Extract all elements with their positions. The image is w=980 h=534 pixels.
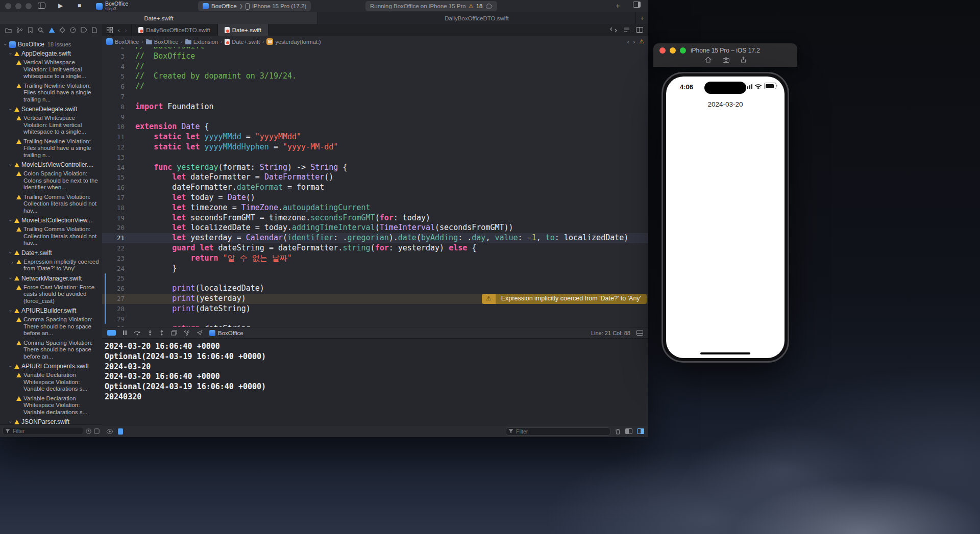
disclosure-icon[interactable]: › [8, 52, 13, 56]
line-number[interactable]: 20 [102, 223, 125, 233]
step-out-button[interactable] [159, 330, 164, 336]
navigator-file-row[interactable]: ›APIURLBuilder.swift [0, 306, 102, 315]
disclosure-icon[interactable]: › [8, 218, 13, 222]
line-number[interactable]: 21 [102, 233, 125, 243]
disclosure-icon[interactable]: › [8, 309, 13, 313]
breadcrumb-item[interactable]: BoxOffice [146, 39, 179, 45]
navigator-issue-row[interactable]: Trailing Comma Violation: Collection lit… [0, 225, 102, 248]
breakpoints-navigator-icon[interactable] [81, 27, 87, 33]
disclosure-icon[interactable]: › [8, 163, 13, 167]
find-navigator-icon[interactable] [38, 27, 44, 33]
line-number[interactable]: 18 [102, 203, 125, 213]
disclosure-icon[interactable]: › [8, 251, 13, 255]
navigator-issue-row[interactable]: Comma Spacing Violation: There should be… [0, 315, 102, 339]
console-toggle-icon[interactable] [636, 330, 643, 336]
editor-options-icon[interactable] [623, 27, 630, 33]
navigator-issue-row[interactable]: Vertical Whitespace Violation: Limit ver… [0, 58, 102, 82]
line-number[interactable]: 3 [102, 52, 125, 62]
navigator-issue-row[interactable]: Trailing Newline Violation: Files should… [0, 137, 102, 161]
destination-selector[interactable]: BoxOffice ❯ iPhone 15 Pro (17.2) [198, 1, 311, 11]
step-into-button[interactable] [148, 330, 153, 336]
line-number[interactable]: 29 [102, 314, 125, 324]
add-editor-icon[interactable] [636, 27, 643, 33]
source-control-navigator-icon[interactable] [16, 27, 23, 33]
inspector-toggle-icon[interactable] [633, 2, 641, 8]
navigator-file-row[interactable]: ›JSONParser.swift [0, 417, 102, 425]
line-number[interactable]: 2 [102, 47, 125, 52]
breakpoints-toggle[interactable] [107, 330, 116, 336]
share-button[interactable] [741, 57, 746, 63]
back-button[interactable]: ‹ [118, 27, 120, 33]
step-over-button[interactable] [134, 330, 141, 336]
screenshot-button[interactable] [723, 57, 729, 63]
line-number[interactable]: 7 [102, 92, 125, 102]
debug-session[interactable]: BoxOffice [209, 330, 243, 336]
trash-icon[interactable] [615, 428, 621, 435]
line-number[interactable]: 6 [102, 82, 125, 92]
navigator-file-row[interactable]: ›NetworkManager.swift [0, 274, 102, 283]
issue-list[interactable]: ›BoxOffice18 issues›AppDelegate.swiftVer… [0, 37, 102, 425]
stop-button[interactable]: ■ [78, 2, 81, 9]
editor-tab[interactable]: Date+.swift [217, 24, 268, 36]
tests-navigator-icon[interactable] [59, 27, 65, 33]
navigator-toggle-icon[interactable] [38, 3, 45, 9]
breadcrumb-item[interactable]: Date+.swift [225, 39, 260, 45]
navigator-file-row[interactable]: ›SceneDelegate.swift [0, 105, 102, 114]
navigator-file-row[interactable]: ›MovieListViewController.... [0, 160, 102, 169]
scheme-selector[interactable]: BoxOffice step3 [96, 1, 128, 11]
inline-warning-banner[interactable]: ⚠Expression implicitly coerced from 'Dat… [482, 294, 647, 304]
navigator-issue-row[interactable]: Trailing Comma Violation: Collection lit… [0, 193, 102, 216]
reports-navigator-icon[interactable] [92, 27, 97, 33]
window-tab[interactable]: DailyBoxOfficeDTO.swift [318, 12, 636, 24]
breadcrumb-item[interactable]: Extension [185, 39, 218, 45]
pause-button[interactable] [122, 330, 127, 336]
issues-navigator-icon[interactable] [48, 27, 55, 33]
navigator-issue-row[interactable]: Trailing Newline Violation: Files should… [0, 82, 102, 105]
navigator-issue-row[interactable]: Vertical Whitespace Violation: Limit ver… [0, 114, 102, 137]
line-number[interactable]: 8 [102, 102, 125, 112]
view-debugger-icon[interactable] [171, 330, 177, 336]
disclosure-icon[interactable]: › [8, 276, 13, 281]
line-number[interactable]: 26 [102, 284, 125, 294]
zoom-button[interactable] [26, 3, 32, 9]
minimize-button[interactable] [15, 3, 21, 9]
iphone-screen[interactable]: 4:06 2024-03-20 [666, 77, 785, 358]
line-number[interactable]: 28 [102, 304, 125, 314]
line-number[interactable]: 13 [102, 152, 125, 163]
navigator-project-row[interactable]: ›BoxOffice18 issues [0, 40, 102, 49]
debug-navigator-icon[interactable] [70, 27, 76, 33]
issue-prev-icon[interactable]: ‹ [627, 39, 629, 45]
console-output[interactable]: 2024-03-20 16:06:40 +0000Optional(2024-0… [102, 339, 648, 425]
navigator-file-row[interactable]: ›Date+.swift [0, 248, 102, 258]
show-console-view-icon[interactable] [637, 428, 644, 434]
line-number[interactable]: 4 [102, 62, 125, 72]
breadcrumb-symbol[interactable]: Myesterday(format:) [266, 38, 321, 45]
disclosure-icon[interactable]: › [3, 42, 8, 46]
code-editor[interactable]: 2// Date+.swift3// BoxOffice4//5// Creat… [102, 47, 648, 327]
forward-button[interactable]: › [125, 27, 127, 33]
disclosure-icon[interactable]: › [10, 259, 14, 266]
line-number[interactable]: 24 [102, 264, 125, 274]
debugger-output-icon[interactable] [118, 428, 123, 435]
navigator-issue-row[interactable]: Colon Spacing Violation: Colons should b… [0, 169, 102, 193]
navigator-filter-input[interactable] [3, 427, 83, 435]
console-filter-input[interactable] [506, 427, 610, 436]
line-number[interactable]: 11 [102, 132, 125, 142]
new-tab-button[interactable]: + [636, 12, 648, 24]
navigator-file-row[interactable]: ›MovieListCollectionView... [0, 216, 102, 225]
line-number[interactable]: 17 [102, 193, 125, 203]
home-button[interactable] [705, 57, 712, 63]
issue-next-icon[interactable]: › [633, 39, 635, 45]
disclosure-icon[interactable]: › [8, 364, 13, 368]
navigator-issue-row[interactable]: Variable Declaration Whitespace Violatio… [0, 371, 102, 394]
line-number[interactable]: 25 [102, 273, 125, 284]
line-number[interactable]: 23 [102, 253, 125, 264]
window-tab[interactable]: Date+.swift [0, 12, 318, 24]
navigator-file-row[interactable]: ›APIURLCompnents.swift [0, 362, 102, 371]
breadcrumb-item[interactable]: BoxOffice [106, 38, 139, 45]
recent-files-icon[interactable] [86, 428, 91, 434]
project-navigator-icon[interactable] [5, 27, 12, 33]
source-control-status-icon[interactable] [94, 428, 100, 434]
line-number[interactable]: 15 [102, 172, 125, 183]
line-number[interactable]: 27 [102, 294, 125, 304]
